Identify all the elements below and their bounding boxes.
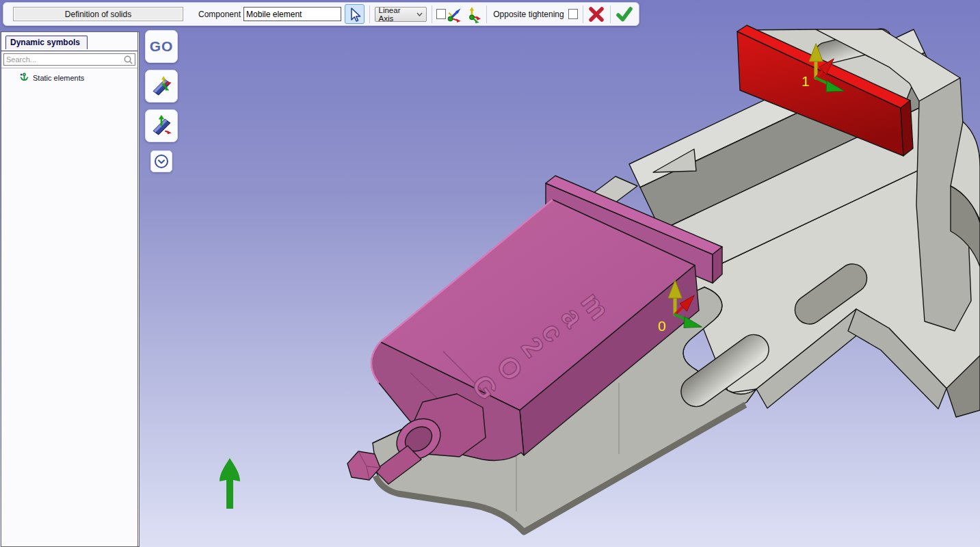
search-icon [123,55,135,65]
mobile-jaw-arrow-button[interactable] [145,109,178,142]
go-logo: GO [150,38,174,55]
top-toolbar: Definition of solids Component Linear Ax… [3,2,639,26]
axis-triad-icon [464,5,481,23]
dynamic-symbols-panel: Dynamic symbols Static elements [1,31,140,547]
axis-label-0: 0 [658,318,666,334]
cursor-arrow-icon [346,6,362,23]
axis-jog-icon [446,5,464,23]
select-cursor-button[interactable] [345,4,365,24]
axis-type-value: Linear Axis [379,6,414,23]
axis-label-1: 1 [802,73,810,89]
axis-type-dropdown[interactable]: Linear Axis [375,7,427,22]
separator [369,5,370,23]
jaw-plate-end [901,101,913,156]
mobile-jaw-arrow-icon [149,114,174,138]
tab-dynamic-symbols[interactable]: Dynamic symbols [5,36,88,49]
page-title: Definition of solids [13,7,183,21]
symbols-tree: Static elements [1,68,137,83]
application-window: GO2cam 0 1 Definition of solids Componen… [0,0,980,547]
go-logo-button[interactable]: GO [145,30,178,63]
cancel-cross-icon [588,6,605,23]
separator [486,5,487,23]
chevron-circle-icon [153,153,170,170]
search-box [3,53,135,66]
axis-jog-button[interactable] [446,5,464,24]
axis-option-checkbox[interactable] [436,9,446,19]
separator [610,5,611,23]
tree-item-static-elements[interactable]: Static elements [1,72,137,83]
tab-underline [1,51,137,51]
mobile-jaw-triad-button[interactable] [145,70,178,103]
separator [432,5,432,23]
component-input[interactable] [243,7,341,21]
component-label: Component [198,10,241,19]
confirm-button[interactable] [615,5,633,24]
tree-item-label: Static elements [33,74,84,82]
separator [583,5,583,23]
anchor-icon [19,72,29,83]
opposite-tightening-checkbox[interactable] [568,9,578,19]
chevron-down-icon [416,12,423,16]
search-input[interactable] [4,55,123,64]
axis-triad-button[interactable] [464,5,481,24]
expand-chevron-button[interactable] [150,150,172,172]
confirm-check-icon [615,5,633,23]
mobile-jaw-triad-icon [149,74,174,98]
opposite-tightening-label: Opposite tightening [493,10,564,19]
cancel-button[interactable] [587,5,605,24]
